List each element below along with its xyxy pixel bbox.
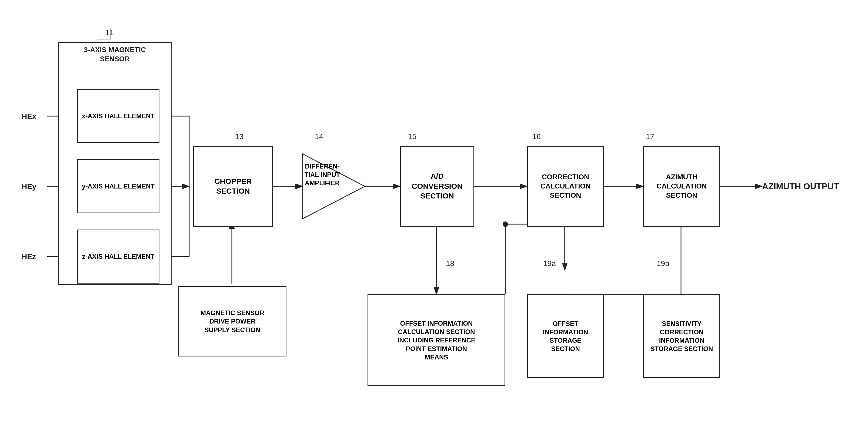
diagram: 11 3-AXIS MAGNETICSENSOR x-AXIS HALL ELE… — [0, 0, 868, 431]
amplifier-label: DIFFEREN-TIAL INPUTAMPLIFIER — [301, 162, 343, 188]
mag-supply-label: MAGNETIC SENSORDRIVE POWERSUPPLY SECTION — [200, 309, 264, 334]
num-14: 14 — [315, 132, 323, 141]
num11-arrow — [89, 26, 122, 42]
offset-info-label: OFFSET INFORMATIONCALCULATION SECTIONINC… — [398, 319, 475, 361]
num-19a: 19a — [543, 259, 556, 268]
num-19b: 19b — [657, 259, 670, 268]
chopper-box: CHOPPERSECTION — [193, 146, 273, 227]
correction-box: CORRECTIONCALCULATIONSECTION — [527, 146, 604, 227]
hez-label-side: HEz — [22, 253, 36, 261]
hex-box: x-AXIS HALL ELEMENT — [77, 89, 159, 143]
azimuth-calc-box: AZIMUTHCALCULATIONSECTION — [643, 146, 720, 227]
num-13: 13 — [235, 132, 244, 141]
hez-box: z-AXIS HALL ELEMENT — [77, 230, 159, 284]
num-17: 17 — [646, 132, 654, 141]
hex-label-side: HEx — [22, 112, 36, 121]
num-18: 18 — [446, 259, 454, 268]
hez-label: z-AXIS HALL ELEMENT — [82, 252, 155, 261]
num-15: 15 — [408, 132, 416, 141]
chopper-label: CHOPPERSECTION — [214, 177, 252, 196]
hey-box: y-AXIS HALL ELEMENT — [77, 159, 159, 213]
offset-storage-label: OFFSETINFORMATIONSTORAGESECTION — [543, 320, 588, 353]
azimuth-calc-label: AZIMUTHCALCULATIONSECTION — [657, 172, 707, 200]
ad-label: A/DCONVERSIONSECTION — [411, 171, 462, 201]
mag-supply-box: MAGNETIC SENSORDRIVE POWERSUPPLY SECTION — [178, 286, 286, 357]
sensor-outer-label: 3-AXIS MAGNETICSENSOR — [59, 45, 171, 64]
sensitivity-storage-label: SENSITIVITYCORRECTIONINFORMATIONSTORAGE … — [650, 320, 713, 353]
ad-box: A/DCONVERSIONSECTION — [400, 146, 474, 227]
offset-storage-box: OFFSETINFORMATIONSTORAGESECTION — [527, 294, 604, 378]
sensitivity-storage-box: SENSITIVITYCORRECTIONINFORMATIONSTORAGE … — [643, 294, 720, 378]
hey-label-side: HEy — [22, 182, 36, 191]
correction-label: CORRECTIONCALCULATIONSECTION — [540, 172, 591, 200]
num-16: 16 — [532, 132, 541, 141]
hey-label: y-AXIS HALL ELEMENT — [82, 182, 155, 190]
hex-label: x-AXIS HALL ELEMENT — [82, 112, 155, 120]
svg-point-30 — [503, 222, 508, 227]
azimuth-output-label: AZIMUTH OUTPUT — [762, 181, 839, 192]
offset-info-box: OFFSET INFORMATIONCALCULATION SECTIONINC… — [368, 294, 505, 386]
